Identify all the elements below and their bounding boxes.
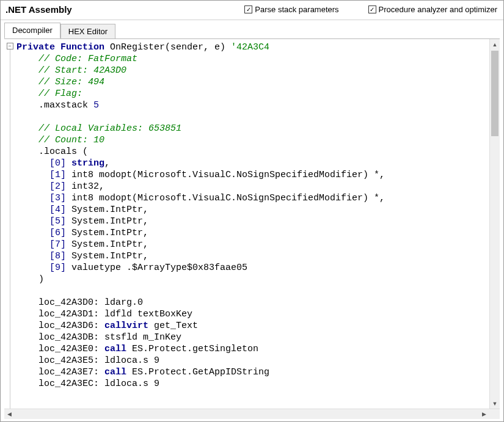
checkbox-icon: ✓ — [244, 5, 252, 13]
code-panel: − Private Function OnRegister(sender, e)… — [4, 38, 500, 409]
tab-decompiler[interactable]: Decompiler — [4, 23, 60, 38]
checkbox-icon: ✓ — [368, 5, 376, 13]
fold-toggle-icon[interactable]: − — [7, 43, 13, 49]
scroll-right-icon[interactable]: ▶ — [479, 409, 489, 419]
scroll-corner — [489, 409, 500, 419]
scroll-left-icon[interactable]: ◀ — [4, 409, 15, 419]
gutter: − — [4, 39, 15, 409]
tab-bar: Decompiler HEX Editor — [1, 20, 503, 38]
procedure-analyzer-checkbox[interactable]: ✓ Procedure analyzer and optimizer — [368, 5, 497, 14]
panel-title: .NET Assembly — [5, 4, 72, 15]
tab-hex-editor[interactable]: HEX Editor — [60, 24, 115, 39]
scroll-track[interactable] — [15, 409, 479, 419]
code-area[interactable]: Private Function OnRegister(sender, e) '… — [15, 39, 489, 409]
checkbox-label: Procedure analyzer and optimizer — [379, 5, 497, 14]
toolbar: .NET Assembly ✓ Parse stack parameters ✓… — [1, 1, 503, 20]
parse-stack-checkbox[interactable]: ✓ Parse stack parameters — [244, 5, 338, 14]
scroll-up-icon[interactable]: ▲ — [490, 39, 500, 49]
scroll-down-icon[interactable]: ▼ — [490, 398, 500, 409]
vertical-scrollbar[interactable]: ▲ ▼ — [489, 39, 500, 409]
scroll-thumb[interactable] — [491, 51, 499, 136]
scroll-track[interactable] — [490, 49, 500, 398]
checkbox-label: Parse stack parameters — [255, 5, 338, 14]
horizontal-scrollbar[interactable]: ◀ ▶ — [4, 409, 500, 419]
